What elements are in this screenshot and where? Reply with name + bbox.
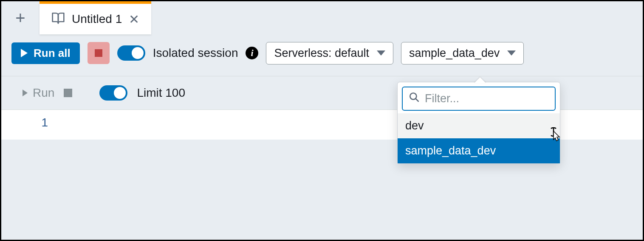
stop-cell-icon[interactable] — [64, 89, 72, 97]
run-cell-button[interactable]: Run — [23, 86, 54, 100]
database-popover: dev sample_data_dev — [397, 82, 560, 164]
tab-untitled[interactable]: Untitled 1 ✕ — [40, 1, 151, 34]
app-frame: + Untitled 1 ✕ Run all Isolated session … — [0, 0, 644, 241]
workgroup-value: Serverless: default — [274, 47, 369, 60]
option-dev[interactable]: dev — [398, 113, 560, 138]
book-icon — [51, 11, 65, 27]
line-gutter: 1 — [1, 110, 69, 140]
limit-toggle[interactable] — [99, 85, 127, 101]
info-icon[interactable]: i — [246, 47, 258, 59]
toolbar: Run all Isolated session i Serverless: d… — [1, 34, 643, 72]
stop-icon — [95, 49, 102, 57]
option-label: dev — [405, 119, 424, 132]
close-icon[interactable]: ✕ — [129, 12, 139, 27]
add-tab-button[interactable]: + — [1, 1, 40, 34]
play-icon — [23, 90, 28, 96]
isolated-session-toggle[interactable] — [117, 45, 145, 61]
svg-line-1 — [415, 98, 418, 101]
workgroup-dropdown[interactable]: Serverless: default — [266, 42, 393, 64]
chevron-down-icon — [377, 50, 385, 56]
run-all-button[interactable]: Run all — [11, 42, 80, 64]
option-label: sample_data_dev — [405, 144, 496, 157]
database-value: sample_data_dev — [409, 47, 500, 60]
toggle-knob — [132, 47, 144, 59]
run-all-label: Run all — [34, 47, 71, 60]
play-icon — [21, 49, 28, 57]
run-cell-label: Run — [33, 86, 54, 100]
database-dropdown[interactable]: sample_data_dev — [401, 42, 524, 64]
limit-label: Limit 100 — [137, 86, 185, 100]
line-number: 1 — [41, 116, 48, 129]
chevron-down-icon — [507, 50, 516, 56]
isolated-session-label: Isolated session — [153, 46, 238, 60]
option-sample-data-dev[interactable]: sample_data_dev — [398, 138, 560, 163]
filter-box — [402, 87, 556, 111]
filter-input[interactable] — [425, 92, 549, 105]
stop-button[interactable] — [88, 42, 110, 64]
plus-icon: + — [15, 9, 25, 26]
tab-title: Untitled 1 — [72, 12, 122, 26]
tabs-bar: + Untitled 1 ✕ — [1, 1, 643, 34]
toggle-knob — [114, 87, 126, 99]
search-icon — [409, 92, 420, 106]
